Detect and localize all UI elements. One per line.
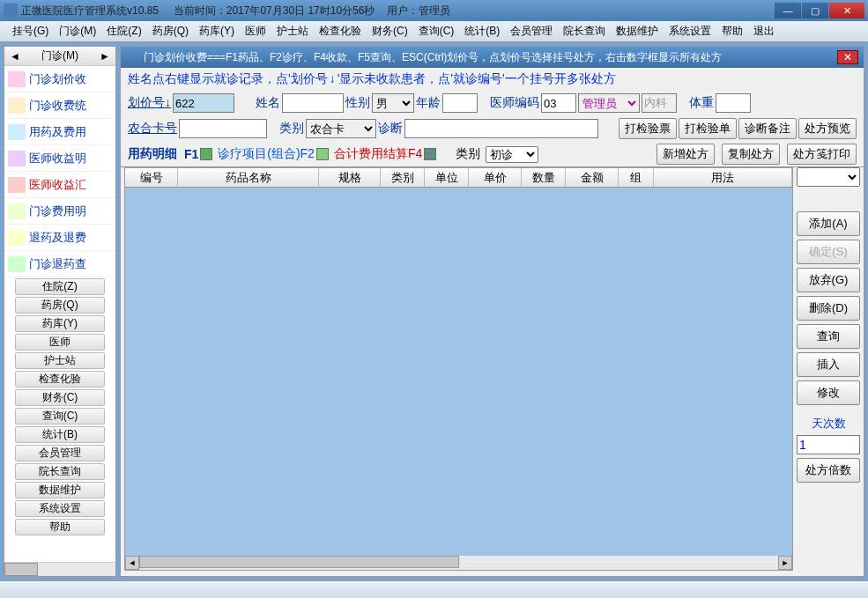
- maximize-button[interactable]: ▢: [802, 3, 828, 18]
- num-label[interactable]: 划价号↓: [128, 95, 171, 111]
- sidebar-item-5[interactable]: 门诊费用明: [4, 198, 115, 225]
- menu-caiwu[interactable]: 财务(C): [367, 24, 413, 39]
- sidebar-item-1[interactable]: 门诊收费统: [4, 92, 115, 119]
- prev-icon[interactable]: ◄: [8, 50, 22, 63]
- insert-button[interactable]: 插入: [797, 352, 860, 377]
- close-button[interactable]: ✕: [829, 3, 864, 18]
- col-type[interactable]: 类别: [381, 168, 425, 187]
- sec-xitong[interactable]: 系统设置: [15, 500, 105, 517]
- add-button[interactable]: 添加(A): [797, 211, 860, 236]
- sidebar-item-0[interactable]: 门诊划价收: [4, 66, 115, 92]
- sec-yishi[interactable]: 医师: [15, 334, 105, 351]
- menu-yishi[interactable]: 医师: [240, 24, 271, 39]
- sidebar-scrollbar[interactable]: [4, 562, 115, 576]
- ok-button[interactable]: 确定(S): [797, 240, 860, 264]
- col-spec[interactable]: 规格: [319, 168, 381, 187]
- card-input[interactable]: [179, 119, 267, 138]
- print-rx-button[interactable]: 处方笺打印: [787, 144, 857, 165]
- multiply-button[interactable]: 处方倍数: [797, 458, 860, 483]
- table-body[interactable]: [125, 188, 792, 556]
- sec-huiyuan[interactable]: 会员管理: [15, 445, 105, 461]
- card-label[interactable]: 农合卡号: [128, 121, 177, 137]
- preview-button[interactable]: 处方预览: [798, 118, 857, 139]
- menu-help[interactable]: 帮助: [716, 24, 748, 39]
- doc-name-select[interactable]: 管理员: [578, 93, 640, 113]
- name-input[interactable]: [282, 93, 344, 113]
- type-select[interactable]: 农合卡: [306, 119, 376, 138]
- sec-shuju[interactable]: 数据维护: [15, 482, 105, 498]
- sec-zhuyuan[interactable]: 住院(Z): [15, 278, 105, 295]
- print-test-ticket-button[interactable]: 打检验票: [619, 118, 677, 139]
- weight-input[interactable]: [716, 93, 751, 113]
- menu-chaxun[interactable]: 查询(C): [413, 24, 460, 39]
- menu-yaofang[interactable]: 药房(Q): [147, 24, 194, 39]
- menu-xitong[interactable]: 系统设置: [664, 24, 716, 39]
- menu-yuanzhang[interactable]: 院长查询: [558, 24, 611, 39]
- cancel-button[interactable]: 放弃(G): [797, 268, 860, 292]
- sec-help[interactable]: 帮助: [15, 519, 105, 535]
- modify-button[interactable]: 修改: [797, 380, 860, 405]
- menu-shuju[interactable]: 数据维护: [611, 24, 664, 39]
- diag-input[interactable]: [404, 119, 598, 138]
- delete-button[interactable]: 删除(D): [797, 296, 860, 321]
- sidebar-item-2[interactable]: 用药及费用: [4, 119, 115, 145]
- col-group[interactable]: 组: [619, 168, 654, 187]
- col-usage[interactable]: 用法: [654, 168, 792, 187]
- num-input[interactable]: [173, 93, 234, 113]
- new-rx-button[interactable]: 新增处方: [657, 144, 715, 165]
- sidebar-item-7[interactable]: 门诊退药查: [4, 251, 115, 277]
- sec-yuanzhang[interactable]: 院长查询: [15, 463, 105, 480]
- table-scrollbar[interactable]: ◄ ►: [125, 556, 792, 570]
- menu-menzhen[interactable]: 门诊(M): [54, 24, 101, 39]
- pill-icon: [8, 124, 26, 140]
- window-title: 正微医院医疗管理系统v10.85 当前时间：2017年07月30日 17时10分…: [21, 4, 775, 18]
- sec-caiwu[interactable]: 财务(C): [15, 389, 105, 406]
- print-test-sheet-button[interactable]: 打检验单: [679, 118, 737, 139]
- days-input[interactable]: [797, 435, 860, 454]
- col-qty[interactable]: 数量: [522, 168, 566, 187]
- col-id[interactable]: 编号: [125, 168, 178, 187]
- tab-therapy[interactable]: 诊疗项目(组合)F2: [218, 146, 329, 162]
- sec-yaoku[interactable]: 药库(Y): [15, 315, 105, 332]
- menu-tongji[interactable]: 统计(B): [459, 24, 505, 39]
- menu-huiyuan[interactable]: 会员管理: [505, 24, 558, 39]
- sidebar-item-4[interactable]: 医师收益汇: [4, 172, 115, 198]
- menu-yaoku[interactable]: 药库(Y): [194, 24, 240, 39]
- doc-input[interactable]: [541, 93, 576, 113]
- usage-select[interactable]: [797, 167, 860, 187]
- sex-select[interactable]: 男: [372, 93, 414, 113]
- col-price[interactable]: 单价: [469, 168, 522, 187]
- tab-drugs[interactable]: 用药明细 F1: [128, 146, 212, 162]
- sec-hushi[interactable]: 护士站: [15, 352, 105, 369]
- visit-type-select[interactable]: 初诊: [486, 146, 538, 163]
- next-icon[interactable]: ►: [98, 50, 112, 63]
- sec-yaofang[interactable]: 药房(Q): [15, 297, 105, 314]
- tab-total[interactable]: 合计费用结算F4: [334, 146, 436, 162]
- menu-hushi[interactable]: 护士站: [271, 24, 314, 39]
- diag-note-button[interactable]: 诊断备注: [738, 118, 797, 139]
- sidebar-item-6[interactable]: 退药及退费: [4, 225, 115, 251]
- menu-exit[interactable]: 退出: [748, 24, 780, 39]
- money-icon: [8, 98, 26, 114]
- sex-label: 性别: [345, 95, 370, 111]
- sec-tongji[interactable]: 统计(B): [15, 426, 105, 443]
- col-amount[interactable]: 金额: [566, 168, 619, 187]
- menu-jiancha[interactable]: 检查化验: [314, 24, 367, 39]
- sec-chaxun[interactable]: 查询(C): [15, 408, 105, 425]
- sidebar-item-3[interactable]: 医师收益明: [4, 145, 115, 172]
- scroll-left-icon[interactable]: ◄: [125, 556, 139, 570]
- panel-close-button[interactable]: ✕: [837, 50, 858, 64]
- scroll-right-icon[interactable]: ►: [778, 556, 792, 570]
- hint-text: 姓名点右键显示就诊记录，点'划价号↓'显示未收款患者，点'就诊编号'一个挂号开多…: [121, 68, 864, 91]
- minimize-button[interactable]: —: [775, 3, 801, 18]
- sec-jiancha[interactable]: 检查化验: [15, 371, 105, 388]
- menu-zhuyuan[interactable]: 住院(Z): [101, 24, 146, 39]
- sidebar-current[interactable]: 门诊(M): [41, 48, 78, 63]
- menu-guahao[interactable]: 挂号(G): [7, 24, 54, 39]
- age-input[interactable]: [442, 93, 478, 113]
- pencil-icon: [8, 71, 26, 87]
- col-name[interactable]: 药品名称: [178, 168, 319, 187]
- copy-rx-button[interactable]: 复制处方: [722, 144, 780, 165]
- col-unit[interactable]: 单位: [425, 168, 469, 187]
- query-button[interactable]: 查询: [797, 324, 860, 349]
